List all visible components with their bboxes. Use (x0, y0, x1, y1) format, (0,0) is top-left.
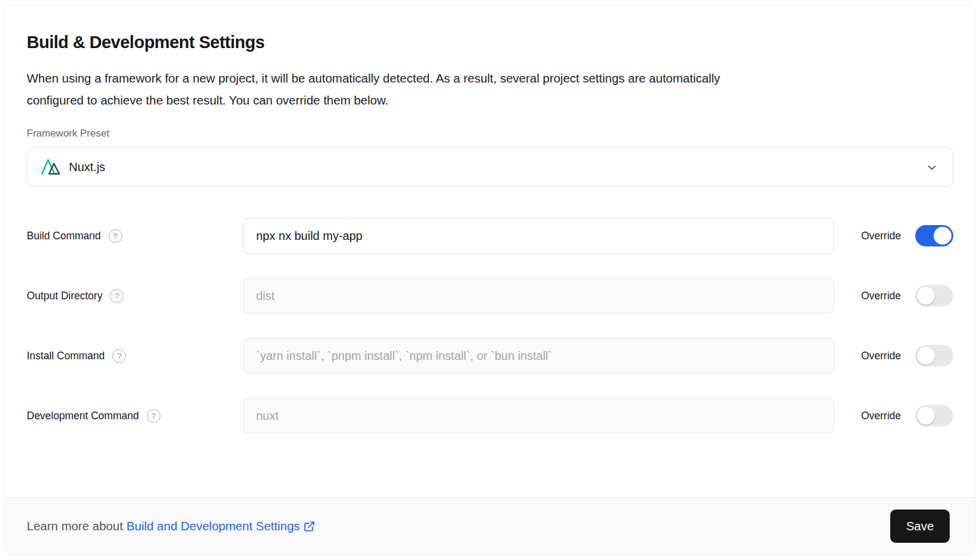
output-directory-label: Output Directory (27, 290, 102, 302)
build-settings-card: Build & Development Settings When using … (5, 5, 975, 555)
build-command-override-group: Override (861, 225, 953, 246)
output-directory-override-toggle[interactable] (915, 285, 953, 306)
learn-more-link[interactable]: Build and Development Settings (127, 519, 316, 533)
development-command-row: Development Command ? Override (27, 398, 953, 434)
install-command-row: Install Command ? Override (27, 338, 953, 374)
toggle-knob (934, 227, 951, 245)
install-command-override-toggle[interactable] (915, 345, 953, 366)
build-command-override-toggle[interactable] (915, 225, 953, 246)
external-link-icon (303, 520, 316, 533)
description-line-2: configured to achieve the best result. Y… (27, 89, 953, 111)
build-command-label: Build Command (27, 230, 101, 242)
settings-description: When using a framework for a new project… (27, 67, 953, 111)
learn-more-link-label: Build and Development Settings (127, 519, 300, 533)
help-circle-icon[interactable]: ? (109, 229, 122, 243)
development-command-label-group: Development Command ? (27, 409, 243, 423)
toggle-knob (917, 347, 935, 365)
card-main: Build & Development Settings When using … (5, 5, 975, 434)
development-command-label: Development Command (27, 410, 139, 422)
description-line-1: When using a framework for a new project… (27, 67, 953, 89)
build-command-input[interactable] (243, 218, 834, 254)
nuxt-icon (40, 157, 61, 178)
install-command-override-group: Override (861, 345, 953, 366)
build-command-label-group: Build Command ? (27, 229, 243, 243)
page-title: Build & Development Settings (27, 33, 953, 52)
settings-rows: Build Command ? Override Output Director… (27, 218, 953, 434)
toggle-knob (917, 407, 935, 425)
help-circle-icon[interactable]: ? (147, 409, 160, 423)
output-directory-input (243, 278, 834, 314)
learn-more-prefix: Learn more about (27, 519, 123, 533)
development-command-override-toggle[interactable] (915, 405, 953, 426)
framework-preset-label: Framework Preset (27, 128, 953, 140)
framework-preset-select[interactable]: Nuxt.js (27, 147, 953, 187)
development-command-input (243, 398, 834, 434)
install-command-label-group: Install Command ? (27, 349, 243, 363)
toggle-knob (917, 287, 935, 305)
card-footer: Learn more about Build and Development S… (5, 497, 975, 555)
output-directory-row: Output Directory ? Override (27, 278, 953, 314)
development-command-override-group: Override (861, 405, 953, 426)
build-command-row: Build Command ? Override (27, 218, 953, 254)
output-directory-label-group: Output Directory ? (27, 289, 243, 303)
framework-preset-value: Nuxt.js (69, 160, 105, 174)
override-label: Override (861, 410, 901, 422)
help-circle-icon[interactable]: ? (112, 349, 126, 363)
save-button[interactable]: Save (890, 510, 950, 543)
install-command-label: Install Command (27, 350, 105, 362)
override-label: Override (861, 230, 901, 242)
install-command-input (243, 338, 834, 374)
framework-preset-selected: Nuxt.js (40, 157, 105, 178)
override-label: Override (861, 290, 901, 302)
learn-more-text: Learn more about Build and Development S… (27, 519, 316, 533)
help-circle-icon[interactable]: ? (110, 289, 124, 303)
output-directory-override-group: Override (861, 285, 953, 306)
override-label: Override (861, 350, 901, 362)
chevron-down-icon (925, 161, 938, 174)
